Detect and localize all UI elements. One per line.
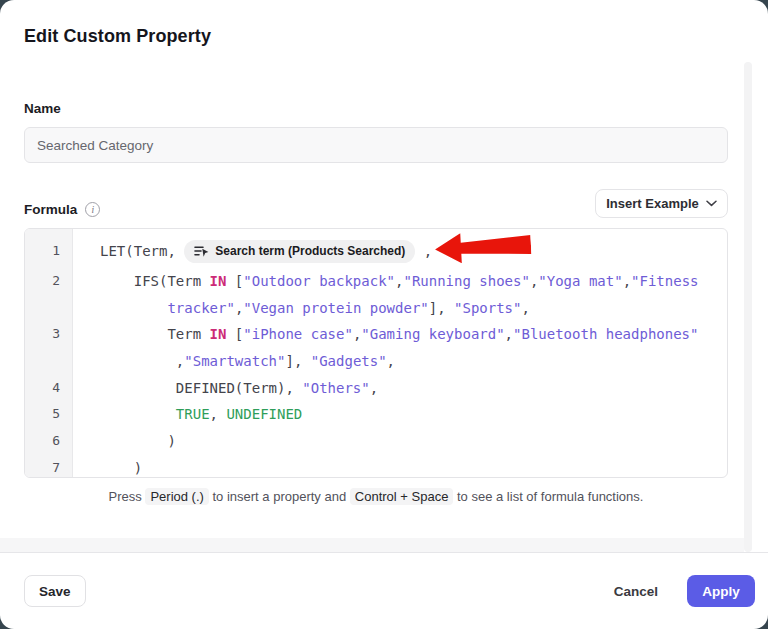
formula-label-row: Formula i <box>24 202 100 217</box>
code-row[interactable]: 2 IFS(Term IN ["Outdoor backpack","Runni… <box>25 268 727 295</box>
code-line: DEFINED(Term), "Others", <box>72 375 378 402</box>
code-row[interactable]: tracker","Vegan protein powder"], "Sport… <box>25 295 727 322</box>
search-term-icon <box>194 245 209 258</box>
code-line: ) <box>72 428 176 455</box>
code-line: TRUE, UNDEFINED <box>72 401 302 428</box>
hint-text: to insert a property and <box>209 489 350 504</box>
formula-hint: Press Period (.) to insert a property an… <box>24 489 728 504</box>
formula-editor[interactable]: 1LET(Term, Search term (Products Searche… <box>24 228 728 478</box>
code-line: ) <box>72 455 142 478</box>
search-term-property-chip[interactable]: Search term (Products Searched) <box>184 240 415 263</box>
code-line: Term IN ["iPhone case","Gaming keyboard"… <box>72 321 698 348</box>
name-input[interactable] <box>24 127 728 163</box>
code-row[interactable]: ,"Smartwatch"], "Gadgets", <box>25 348 727 375</box>
save-button[interactable]: Save <box>24 575 86 607</box>
formula-label: Formula <box>24 202 77 217</box>
line-number: 1 <box>25 234 72 268</box>
edit-custom-property-modal: Edit Custom Property Name Formula i Inse… <box>0 0 768 629</box>
modal-title: Edit Custom Property <box>24 26 211 47</box>
hint-text: to see a list of formula functions. <box>453 489 643 504</box>
line-number: 4 <box>25 375 72 402</box>
code-line: tracker","Vegan protein powder"], "Sport… <box>72 295 530 322</box>
line-number: 7 <box>25 455 72 478</box>
kbd-control-space: Control + Space <box>350 488 454 505</box>
line-number: 2 <box>25 268 72 295</box>
hint-text: Press <box>109 489 146 504</box>
line-number <box>25 295 72 322</box>
vertical-scrollbar[interactable] <box>744 62 752 552</box>
chevron-down-icon <box>706 200 717 207</box>
line-number: 6 <box>25 428 72 455</box>
name-label: Name <box>24 101 61 116</box>
cancel-button[interactable]: Cancel <box>610 575 662 607</box>
apply-button[interactable]: Apply <box>687 575 755 607</box>
code-row[interactable]: 5 TRUE, UNDEFINED <box>25 401 727 428</box>
code-row[interactable]: 6 ) <box>25 428 727 455</box>
code-line: ,"Smartwatch"], "Gadgets", <box>72 348 395 375</box>
line-number <box>25 348 72 375</box>
line-number: 3 <box>25 321 72 348</box>
code-line: IFS(Term IN ["Outdoor backpack","Running… <box>72 268 699 295</box>
code-line: LET(Term, Search term (Products Searched… <box>72 234 432 268</box>
kbd-period: Period (.) <box>145 488 208 505</box>
footer-divider <box>0 552 768 553</box>
code-row[interactable]: 4 DEFINED(Term), "Others", <box>25 375 727 402</box>
code-row[interactable]: 3 Term IN ["iPhone case","Gaming keyboar… <box>25 321 727 348</box>
insert-example-label: Insert Example <box>606 196 699 211</box>
chip-label: Search term (Products Searched) <box>215 234 405 268</box>
code-row[interactable]: 7 ) <box>25 455 727 478</box>
code-row[interactable]: 1LET(Term, Search term (Products Searche… <box>25 234 727 268</box>
info-icon[interactable]: i <box>85 202 100 217</box>
horizontal-scrollbar[interactable] <box>0 538 744 552</box>
insert-example-button[interactable]: Insert Example <box>595 189 728 218</box>
formula-code-rows: 1LET(Term, Search term (Products Searche… <box>25 234 727 478</box>
line-number: 5 <box>25 401 72 428</box>
